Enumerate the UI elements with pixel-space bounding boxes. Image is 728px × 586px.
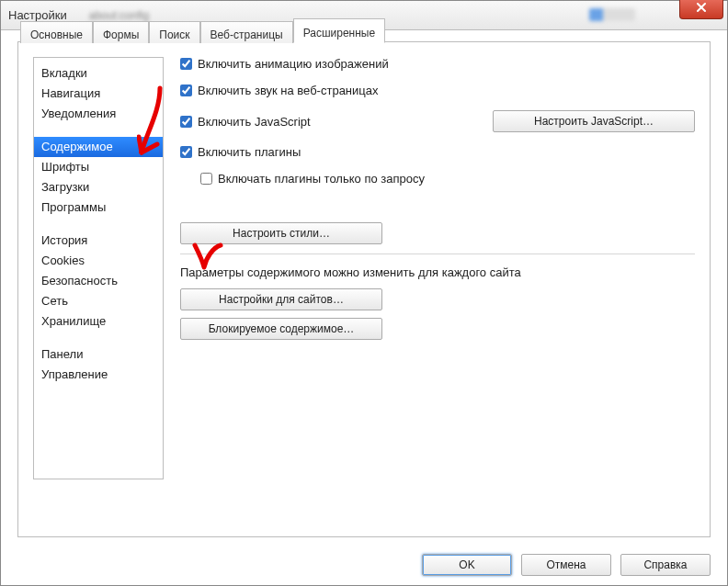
sidebar-item-tabs[interactable]: Вкладки xyxy=(34,63,163,84)
per-site-text: Параметры содержимого можно изменить для… xyxy=(180,265,695,279)
checkbox-sound[interactable]: Включить звук на веб-страницах xyxy=(180,84,378,97)
toolbar-blur xyxy=(589,8,635,21)
configure-styles-button[interactable]: Настроить стили… xyxy=(180,222,382,244)
checkbox-animation-input[interactable] xyxy=(180,58,192,70)
sidebar: Вкладки Навигация Уведомления Содержимое… xyxy=(33,57,164,479)
checkbox-plugins-input[interactable] xyxy=(180,146,192,158)
checkbox-sound-input[interactable] xyxy=(180,85,192,96)
dialog-panel: Основные Формы Поиск Веб-страницы Расшир… xyxy=(17,41,711,537)
ok-button[interactable]: OK xyxy=(422,554,512,576)
separator xyxy=(180,254,695,254)
sidebar-item-navigation[interactable]: Навигация xyxy=(34,84,163,104)
sidebar-item-content[interactable]: Содержимое xyxy=(34,137,163,157)
help-button[interactable]: Справка xyxy=(620,554,711,576)
sidebar-item-fonts[interactable]: Шрифты xyxy=(34,157,163,177)
checkbox-sound-label: Включить звук на веб-страницах xyxy=(198,84,378,97)
checkbox-plugins-on-demand-label: Включать плагины только по запросу xyxy=(218,172,425,186)
tab-general[interactable]: Основные xyxy=(20,21,93,43)
checkbox-animation[interactable]: Включить анимацию изображений xyxy=(180,57,389,71)
dialog-inner: Вкладки Навигация Уведомления Содержимое… xyxy=(18,42,710,536)
blocked-content-button[interactable]: Блокируемое содержимое… xyxy=(180,318,382,340)
cancel-button[interactable]: Отмена xyxy=(521,554,611,576)
tab-advanced[interactable]: Расширенные xyxy=(293,18,386,43)
checkbox-plugins-on-demand-input[interactable] xyxy=(200,173,212,185)
sidebar-item-panels[interactable]: Панели xyxy=(34,344,163,365)
sidebar-item-history[interactable]: История xyxy=(34,231,163,251)
sidebar-item-cookies[interactable]: Cookies xyxy=(34,251,163,271)
tab-webpages[interactable]: Веб-страницы xyxy=(200,21,293,43)
site-preferences-button[interactable]: Настройки для сайтов… xyxy=(180,288,382,310)
sidebar-item-downloads[interactable]: Загрузки xyxy=(34,177,163,197)
checkbox-plugins-label: Включить плагины xyxy=(198,145,301,159)
checkbox-plugins-on-demand[interactable]: Включать плагины только по запросу xyxy=(200,172,425,186)
settings-window: Настройки about:config Основные Формы По… xyxy=(0,0,728,586)
checkbox-javascript-input[interactable] xyxy=(180,116,192,128)
sidebar-item-programs[interactable]: Программы xyxy=(34,197,163,218)
sidebar-item-network[interactable]: Сеть xyxy=(34,291,163,311)
dialog-footer: OK Отмена Справка xyxy=(422,554,711,576)
checkbox-plugins[interactable]: Включить плагины xyxy=(180,145,301,159)
close-icon xyxy=(696,2,707,16)
sidebar-item-management[interactable]: Управление xyxy=(34,365,163,385)
checkbox-javascript-label: Включить JavaScript xyxy=(198,115,311,129)
sidebar-item-security[interactable]: Безопасность xyxy=(34,271,163,291)
tabs: Основные Формы Поиск Веб-страницы Расшир… xyxy=(20,18,385,43)
configure-javascript-button[interactable]: Настроить JavaScript… xyxy=(493,110,695,132)
checkbox-javascript[interactable]: Включить JavaScript xyxy=(180,115,311,129)
tab-forms[interactable]: Формы xyxy=(93,21,149,43)
content-panel: Включить анимацию изображений Включить з… xyxy=(180,57,695,522)
sidebar-item-notifications[interactable]: Уведомления xyxy=(34,104,163,124)
close-button[interactable] xyxy=(679,0,723,19)
tab-search[interactable]: Поиск xyxy=(149,21,199,43)
sidebar-item-storage[interactable]: Хранилище xyxy=(34,311,163,332)
checkbox-animation-label: Включить анимацию изображений xyxy=(198,57,389,71)
